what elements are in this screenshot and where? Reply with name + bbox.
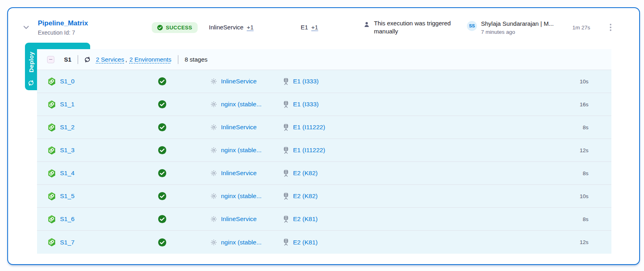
- environment-link[interactable]: E2 (K82): [293, 170, 318, 177]
- matrix-stage-row: S1_6 InlineService E2 (K81) 8s: [37, 208, 611, 231]
- environment-icon: [283, 147, 289, 154]
- environment-link[interactable]: E1 (I11222): [293, 124, 325, 131]
- environment-link[interactable]: E1 (I333): [293, 78, 319, 85]
- status-label: SUCCESS: [166, 25, 192, 31]
- success-check-icon: [158, 169, 167, 178]
- execution-id-label: Execution Id: 7: [38, 29, 152, 36]
- avatar: SS: [467, 21, 477, 31]
- stage-duration: 12s: [563, 239, 611, 245]
- matrix-stage-row: S1_3 nginx (stable... E1 (I11222) 12s: [37, 139, 611, 162]
- environment-link[interactable]: E2 (K81): [293, 239, 318, 246]
- separator-text: ,: [125, 56, 127, 63]
- divider: [78, 55, 78, 64]
- environment-icon: [283, 238, 289, 246]
- execution-header: Pipeline_Matrix Execution Id: 7 SUCCESS …: [8, 8, 639, 47]
- gear-icon: [210, 192, 217, 200]
- matrix-stage-row: S1_0 InlineService E1 (I333) 10s: [37, 70, 611, 93]
- gear-icon: [210, 215, 217, 223]
- matrix-stage-row: S1_7 nginx (stable... E2 (K81) 12s: [37, 231, 611, 254]
- environment-link[interactable]: E1 (I11222): [293, 147, 325, 154]
- matrix-header: S1 2 Services , 2 Environments 8 stages: [37, 49, 611, 70]
- collapse-icon[interactable]: [47, 56, 54, 63]
- stage-duration: 16s: [563, 101, 611, 108]
- environment-link[interactable]: E1 (I333): [293, 101, 319, 108]
- stage-duration: 10s: [563, 79, 611, 85]
- matrix-stage-row: S1_2 InlineService E1 (I11222) 8s: [37, 116, 611, 139]
- success-check-icon: [158, 215, 167, 223]
- service-link[interactable]: InlineService: [221, 170, 257, 177]
- success-check-icon: [158, 238, 167, 247]
- service-link[interactable]: nginx (stable...: [221, 192, 262, 200]
- trigger-description: This execution was triggered manually: [374, 19, 462, 36]
- environment-summary-label: E1: [301, 24, 308, 31]
- chevron-down-icon[interactable]: [22, 23, 31, 32]
- matrix-stage-row: S1_5 nginx (stable... E2 (K82) 10s: [37, 185, 611, 208]
- stage-duration: 8s: [563, 124, 611, 130]
- service-link[interactable]: nginx (stable...: [221, 147, 262, 154]
- stage-name-link[interactable]: S1_4: [60, 170, 74, 177]
- loop-strategy-icon: [84, 56, 91, 63]
- services-more-link[interactable]: +1: [247, 24, 254, 31]
- stage-name-link[interactable]: S1_6: [60, 215, 74, 223]
- stage-name-link[interactable]: S1_0: [60, 78, 74, 85]
- service-link[interactable]: InlineService: [221, 215, 257, 223]
- stage-count-label: 8 stages: [185, 56, 208, 63]
- cd-stage-icon: [47, 100, 56, 109]
- success-check-icon: [158, 100, 167, 109]
- service-summary-label: InlineService: [209, 24, 244, 31]
- service-link[interactable]: InlineService: [221, 78, 257, 85]
- gear-icon: [210, 147, 217, 154]
- stage-name-link[interactable]: S1_2: [60, 124, 74, 131]
- stage-name-link[interactable]: S1_5: [60, 192, 74, 200]
- environment-icon: [283, 192, 289, 200]
- user-trigger-icon: [363, 21, 370, 28]
- time-ago: 7 minutes ago: [481, 29, 554, 35]
- services-count-link[interactable]: 2 Services: [96, 56, 124, 63]
- environments-more-link[interactable]: +1: [311, 24, 318, 31]
- environment-link[interactable]: E2 (K82): [293, 192, 318, 200]
- cd-stage-icon: [47, 123, 56, 132]
- success-check-icon: [157, 25, 163, 31]
- cd-stage-icon: [47, 215, 56, 224]
- divider: [178, 55, 178, 64]
- pipeline-name-link[interactable]: Pipeline_Matrix: [38, 19, 152, 28]
- cd-stage-icon: [47, 146, 56, 155]
- cd-stage-icon: [47, 77, 56, 86]
- service-link[interactable]: InlineService: [221, 124, 257, 131]
- cd-stage-icon: [47, 192, 56, 201]
- environment-icon: [283, 101, 289, 108]
- matrix-stage-name: S1: [64, 56, 71, 63]
- matrix-rows: S1_0 InlineService E1 (I333) 10s: [37, 70, 611, 254]
- environment-icon: [283, 124, 289, 131]
- environment-icon: [283, 170, 289, 177]
- stage-duration: 8s: [563, 170, 611, 176]
- stage-name-link[interactable]: S1_7: [60, 239, 74, 246]
- service-link[interactable]: nginx (stable...: [221, 239, 262, 246]
- gear-icon: [210, 101, 217, 108]
- matrix-stage-row: S1_4 InlineService E2 (K82) 8s: [37, 162, 611, 185]
- environment-link[interactable]: E2 (K81): [293, 215, 318, 223]
- cd-stage-icon: [47, 169, 56, 178]
- loop-strategy-icon: [27, 79, 35, 87]
- user-name: Shylaja Sundararajan | M...: [481, 20, 554, 27]
- gear-icon: [210, 239, 217, 246]
- matrix-stage-row: S1_1 nginx (stable... E1 (I333) 16s: [37, 93, 611, 116]
- environment-icon: [283, 215, 289, 223]
- status-badge: SUCCESS: [152, 22, 198, 33]
- stage-duration: 10s: [563, 193, 611, 199]
- gear-icon: [210, 78, 217, 85]
- stage-tab-label: Deploy: [28, 52, 35, 72]
- execution-duration: 1m 27s: [572, 25, 605, 31]
- gear-icon: [210, 124, 217, 131]
- stage-name-link[interactable]: S1_1: [60, 101, 74, 108]
- success-check-icon: [158, 77, 167, 86]
- kebab-menu-icon[interactable]: [605, 22, 616, 33]
- service-link[interactable]: nginx (stable...: [221, 101, 262, 108]
- environment-icon: [283, 78, 289, 85]
- success-check-icon: [158, 146, 167, 155]
- stage-name-link[interactable]: S1_3: [60, 147, 74, 154]
- execution-card: Pipeline_Matrix Execution Id: 7 SUCCESS …: [7, 7, 640, 265]
- environments-count-link[interactable]: 2 Environments: [130, 56, 171, 63]
- gear-icon: [210, 170, 217, 177]
- stage-duration: 8s: [563, 216, 611, 222]
